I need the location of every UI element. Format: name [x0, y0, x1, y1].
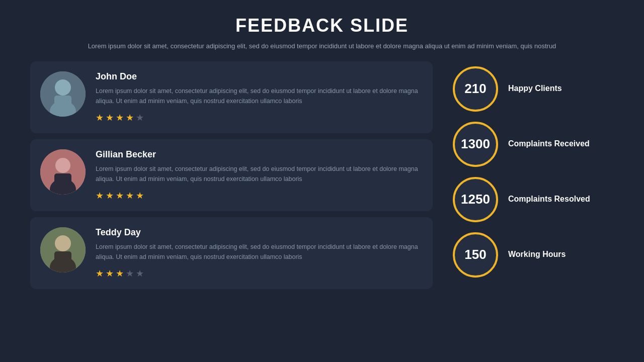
- header-description: Lorem ipsum dolor sit amet, consectetur …: [30, 41, 614, 51]
- star-1-2: ★: [106, 112, 114, 123]
- reviews-column: John Doe Lorem ipsum dolor sit amet, con…: [30, 61, 433, 289]
- star-3-2: ★: [106, 268, 114, 279]
- review-name-2: Gillian Becker: [96, 149, 421, 160]
- star-2-4: ★: [126, 190, 134, 201]
- page-title: FEEDBACK SLIDE: [30, 15, 614, 36]
- review-content-3: Teddy Day Lorem ipsum dolor sit amet, co…: [96, 227, 421, 279]
- stars-3: ★ ★ ★ ★ ★: [96, 268, 421, 279]
- star-3-3: ★: [116, 268, 124, 279]
- stat-circle-2: 1300: [453, 122, 498, 167]
- svg-point-9: [55, 235, 71, 251]
- star-1-4: ★: [126, 112, 134, 123]
- svg-rect-3: [54, 96, 71, 111]
- star-2-3: ★: [116, 190, 124, 201]
- star-2-2: ★: [106, 190, 114, 201]
- stat-number-3: 1250: [461, 192, 490, 207]
- svg-point-5: [55, 158, 70, 173]
- review-card-3: Teddy Day Lorem ipsum dolor sit amet, co…: [30, 217, 433, 289]
- stats-column: 210 Happy Clients 1300 Complaints Receiv…: [453, 61, 614, 278]
- stat-item-4: 150 Working Hours: [453, 232, 614, 278]
- review-content-1: John Doe Lorem ipsum dolor sit amet, con…: [96, 71, 421, 123]
- review-name-1: John Doe: [96, 71, 421, 82]
- review-text-1: Lorem ipsum dolor sit amet, consectetur …: [96, 86, 421, 106]
- stat-circle-1: 210: [453, 66, 498, 112]
- review-card-2: Gillian Becker Lorem ipsum dolor sit ame…: [30, 139, 433, 211]
- stat-circle-4: 150: [453, 232, 498, 278]
- stat-circle-3: 1250: [453, 177, 498, 222]
- svg-point-1: [55, 79, 71, 96]
- stars-2: ★ ★ ★ ★ ★: [96, 190, 421, 201]
- stars-1: ★ ★ ★ ★ ★: [96, 112, 421, 123]
- review-text-3: Lorem ipsum dolor sit amet, consectetur …: [96, 242, 421, 262]
- star-3-1: ★: [96, 268, 104, 279]
- stat-number-4: 150: [464, 247, 486, 262]
- review-name-3: Teddy Day: [96, 227, 421, 238]
- star-2-5: ★: [136, 190, 144, 201]
- svg-rect-7: [54, 173, 71, 189]
- avatar-john: [40, 71, 86, 117]
- stat-label-2: Complaints Received: [508, 139, 590, 149]
- page: FEEDBACK SLIDE Lorem ipsum dolor sit ame…: [0, 0, 644, 362]
- stat-label-3: Complaints Resolved: [508, 194, 590, 205]
- header: FEEDBACK SLIDE Lorem ipsum dolor sit ame…: [30, 15, 614, 51]
- star-3-4: ★: [126, 268, 134, 279]
- svg-rect-11: [54, 251, 71, 266]
- star-3-5: ★: [136, 268, 144, 279]
- star-1-1: ★: [96, 112, 104, 123]
- stat-label-1: Happy Clients: [508, 83, 562, 94]
- stat-item-2: 1300 Complaints Received: [453, 122, 614, 167]
- stat-item-3: 1250 Complaints Resolved: [453, 177, 614, 222]
- star-2-1: ★: [96, 190, 104, 201]
- main-content: John Doe Lorem ipsum dolor sit amet, con…: [30, 61, 614, 347]
- stat-item-1: 210 Happy Clients: [453, 66, 614, 112]
- stat-number-1: 210: [464, 81, 486, 97]
- avatar-teddy: [40, 227, 86, 273]
- review-content-2: Gillian Becker Lorem ipsum dolor sit ame…: [96, 149, 421, 201]
- review-card-1: John Doe Lorem ipsum dolor sit amet, con…: [30, 61, 433, 133]
- star-1-5: ★: [136, 112, 144, 123]
- star-1-3: ★: [116, 112, 124, 123]
- stat-label-4: Working Hours: [508, 249, 566, 260]
- stat-number-2: 1300: [461, 136, 490, 152]
- avatar-gillian: [40, 149, 86, 195]
- review-text-2: Lorem ipsum dolor sit amet, consectetur …: [96, 164, 421, 184]
